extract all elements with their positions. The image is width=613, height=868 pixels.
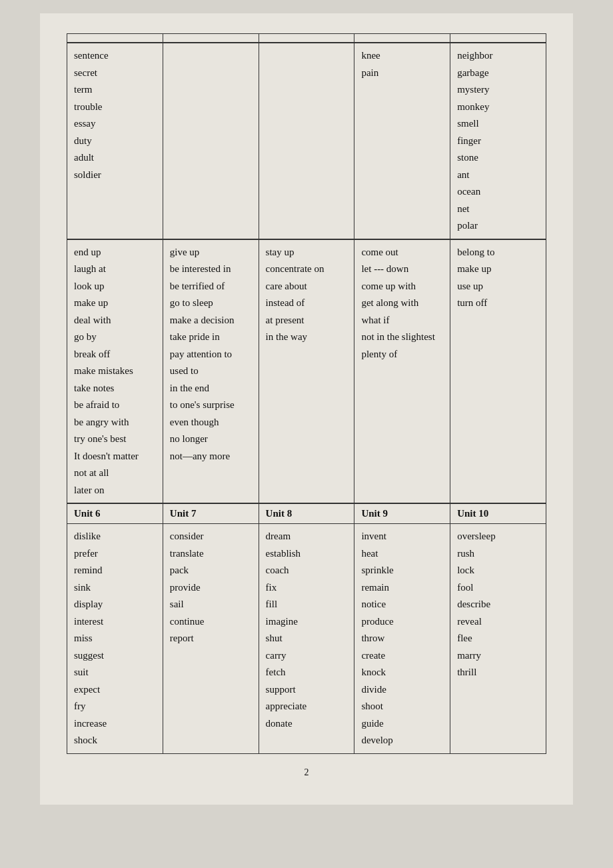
list-item: not at all [74,465,156,482]
list-item: garbage [457,65,539,82]
list-item: sink [74,579,156,597]
list-item: soldier [74,167,156,184]
top-col3 [259,34,354,43]
unit9-words: invent heat sprinkle remain notice produ… [354,524,450,754]
list-item: stone [457,149,539,167]
list-item: increase [74,715,156,733]
list-item: smell [457,115,539,133]
list-item: fix [266,579,348,597]
list-item: heat [361,545,443,563]
list-item: use up [457,278,539,295]
unit10-words: oversleep rush lock fool describe reveal… [450,524,546,754]
table-section3: Unit 6 Unit 7 Unit 8 Unit 9 Unit 10 disl… [67,503,546,754]
table-top [67,33,546,43]
list-item: suit [74,664,156,681]
list-item: shoot [361,698,443,715]
list-item: come up with [361,278,443,295]
list-item: display [74,596,156,613]
list-item: interest [74,613,156,631]
list-item: make mistakes [74,363,156,380]
list-item: secret [74,65,156,82]
list-item: come out [361,244,443,261]
list-item: go by [74,329,156,346]
list-item: remind [74,562,156,579]
list-item: be afraid to [74,397,156,414]
unit6-words: dislike prefer remind sink display inter… [67,524,163,754]
list-item: translate [170,545,252,563]
list-item: throw [361,630,443,647]
list-item: be angry with [74,414,156,431]
s1-col2 [163,43,259,239]
list-item: concentrate on [266,261,348,278]
list-item: remain [361,579,443,597]
list-item: establish [266,545,348,563]
list-item: produce [361,613,443,631]
list-item: pain [361,65,443,82]
unit7-words: consider translate pack provide sail con… [163,524,259,754]
list-item: imagine [266,613,348,631]
list-item: polar [457,217,539,235]
top-col4 [354,34,450,43]
list-item: not—any more [170,448,252,465]
list-item: neighbor [457,47,539,65]
list-item: It doesn't matter [74,448,156,465]
list-item: duty [74,133,156,150]
list-item: deal with [74,312,156,329]
list-item: ocean [457,183,539,201]
list-item: prefer [74,545,156,563]
s2-col1: end up laugh at look up make up deal wit… [67,239,163,503]
list-item: lock [457,562,539,579]
top-col2 [163,34,259,43]
list-item: dream [266,528,348,545]
list-item: what if [361,312,443,329]
list-item: sail [170,596,252,613]
list-item: notice [361,596,443,613]
list-item: even though [170,414,252,431]
list-item: net [457,201,539,218]
s2-col4: come out let --- down come up with get a… [354,239,450,503]
list-item: at present [266,312,348,329]
list-item: fill [266,596,348,613]
list-item: monkey [457,99,539,116]
list-item: report [170,630,252,647]
list-item: provide [170,579,252,597]
top-col5 [450,34,546,43]
list-item: get along with [361,295,443,312]
list-item: shock [74,732,156,749]
list-item: used to [170,363,252,380]
s1-col3 [259,43,354,239]
list-item: pack [170,562,252,579]
s1-col1: sentence secret term trouble essay duty … [67,43,163,239]
list-item: make up [457,261,539,278]
top-col1 [67,34,163,43]
list-item: laugh at [74,261,156,278]
list-item: rush [457,545,539,563]
list-item: miss [74,630,156,647]
list-item: sentence [74,47,156,65]
list-item: flee [457,630,539,647]
list-item: reveal [457,613,539,631]
list-item: be interested in [170,261,252,278]
list-item: knee [361,47,443,65]
list-item: ant [457,167,539,184]
unit6-header: Unit 6 [67,504,163,524]
list-item: in the way [266,329,348,346]
unit9-header: Unit 9 [354,504,450,524]
table-section2: end up laugh at look up make up deal wit… [67,239,546,504]
list-item: consider [170,528,252,545]
list-item: create [361,647,443,665]
table-section1: sentence secret term trouble essay duty … [67,43,546,239]
list-item: fool [457,579,539,597]
list-item: pay attention to [170,346,252,363]
s2-col3: stay up concentrate on care about instea… [259,239,354,503]
list-item: fry [74,698,156,715]
list-item: describe [457,596,539,613]
list-item: finger [457,133,539,150]
list-item: dislike [74,528,156,545]
list-item: go to sleep [170,295,252,312]
list-item: develop [361,732,443,749]
list-item: look up [74,278,156,295]
unit7-header: Unit 7 [163,504,259,524]
list-item: support [266,681,348,699]
unit8-words: dream establish coach fix fill imagine s… [259,524,354,754]
